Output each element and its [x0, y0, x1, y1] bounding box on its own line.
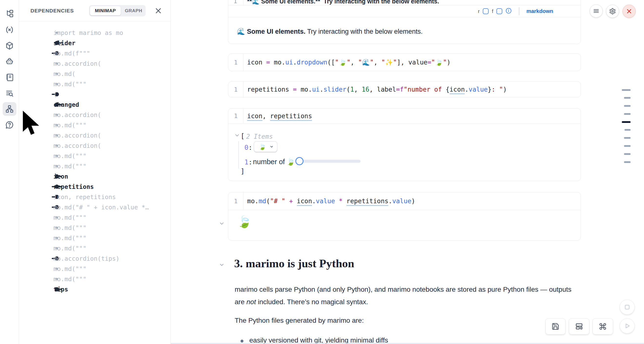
- slider-thumb[interactable]: [296, 157, 304, 165]
- r-checkbox-label: r: [478, 8, 480, 14]
- code-line[interactable]: mo.md("# " + icon.value * repetitions.va…: [244, 197, 415, 205]
- minimap-item-label: changed: [54, 101, 79, 108]
- r-checkbox[interactable]: [483, 8, 488, 14]
- f-checkbox[interactable]: [496, 8, 502, 14]
- markdown-editor[interactable]: 1 **🌊 Some UI elements.** Try interactin…: [228, 0, 580, 5]
- footer-divider: [519, 7, 519, 15]
- file-tree-icon[interactable]: [3, 7, 16, 21]
- scroll-dash[interactable]: [624, 113, 630, 115]
- scroll-dash-active[interactable]: [622, 121, 630, 123]
- gear-icon[interactable]: [606, 5, 619, 18]
- minimap-item[interactable]: slider: [19, 38, 170, 48]
- markdown-source[interactable]: **🌊 Some UI elements.** Try interacting …: [247, 0, 439, 5]
- scroll-dash[interactable]: [624, 97, 630, 99]
- package-icon[interactable]: [3, 39, 16, 53]
- bot-icon[interactable]: [3, 55, 16, 68]
- minimap-item[interactable]: mo.md(""": [19, 120, 170, 130]
- minimap-item-label: mo.md(""": [54, 152, 86, 159]
- minimap-item[interactable]: mo.md(f""": [19, 48, 170, 58]
- minimap-item[interactable]: icon: [19, 171, 170, 182]
- tree-items-count: 2 Items: [246, 133, 273, 140]
- shutdown-x-icon[interactable]: [622, 5, 636, 18]
- code-cell-tuple: 1 icon, repetitions [ 2 Items 0: 🍃 1: nu…: [228, 108, 581, 181]
- minimap-item[interactable]: mo.md(""": [19, 151, 170, 161]
- minimap-item-label: icon, repetitions: [54, 194, 116, 201]
- line-number: 1: [228, 82, 244, 97]
- dependency-graph-icon[interactable]: [3, 102, 16, 116]
- command-icon[interactable]: [592, 318, 613, 334]
- close-icon[interactable]: [155, 7, 162, 15]
- minimap-item[interactable]: import marimo as mo: [19, 28, 170, 38]
- dropdown-select[interactable]: 🍃: [254, 141, 277, 152]
- minimap-item[interactable]: mo.md(""": [19, 161, 170, 171]
- minimap-item-label: mo.md(""": [54, 81, 86, 88]
- save-icon[interactable]: [546, 318, 566, 334]
- minimap-item-label: mo.md(""": [54, 235, 86, 242]
- minimap-item[interactable]: tips: [19, 284, 170, 294]
- minimap-item-label: mo.md("# " + icon.value *…: [54, 204, 149, 211]
- scroll-dash[interactable]: [624, 137, 630, 139]
- icon-sidebar: [0, 0, 19, 344]
- minimap-item[interactable]: mo.md(""": [19, 79, 170, 89]
- minimap-item[interactable]: mo.accordion(tips): [19, 253, 170, 264]
- code-parens-icon[interactable]: [3, 23, 16, 37]
- minimap-item[interactable]: mo.md(""": [19, 212, 170, 223]
- minimap-item[interactable]: mo.md(""": [19, 223, 170, 233]
- minimap-item[interactable]: mo.md(""": [19, 264, 170, 274]
- minimap-item[interactable]: mo.md(""": [19, 243, 170, 253]
- info-icon[interactable]: [506, 8, 512, 15]
- list-search-icon[interactable]: [3, 86, 16, 100]
- language-badge[interactable]: markdown: [526, 8, 553, 15]
- minimap-item[interactable]: mo.accordion(: [19, 110, 170, 120]
- minimap-item[interactable]: mo.md(""": [19, 274, 170, 284]
- markdown-cell: 1 **🌊 Some UI elements.** Try interactin…: [228, 0, 581, 44]
- chevron-down-icon[interactable]: [219, 262, 225, 268]
- minimap-item-label: repetitions: [54, 183, 94, 190]
- scroll-dash[interactable]: [624, 145, 630, 147]
- chevron-down-icon[interactable]: [219, 221, 225, 227]
- minimap-item[interactable]: mo.md(""": [19, 233, 170, 243]
- help-icon[interactable]: [3, 118, 16, 132]
- tab-graph[interactable]: GRAPH: [121, 6, 146, 15]
- tab-minimap[interactable]: MINIMAP: [90, 6, 121, 15]
- minimap-item[interactable]: (: [19, 89, 170, 99]
- scroll-dash[interactable]: [624, 129, 630, 131]
- minimap-item[interactable]: repetitions: [19, 182, 170, 192]
- code-line[interactable]: icon = mo.ui.dropdown(["🍃", "🌊", "✨"], v…: [244, 59, 450, 66]
- stop-icon[interactable]: [620, 299, 635, 315]
- line-number: 1: [228, 108, 244, 123]
- leaf-emoji: 🍃: [286, 157, 295, 166]
- code-cell-dropdown[interactable]: 1 icon = mo.ui.dropdown(["🍃", "🌊", "✨"],…: [228, 54, 581, 71]
- code-editor[interactable]: 1 icon, repetitions: [228, 108, 580, 124]
- chevron-down-icon[interactable]: [234, 132, 240, 138]
- scroll-dash[interactable]: [624, 105, 630, 107]
- scroll-dash[interactable]: [622, 89, 630, 91]
- minimap-item[interactable]: changed: [19, 99, 170, 110]
- minimap-item[interactable]: mo.accordion(: [19, 140, 170, 151]
- code-line[interactable]: repetitions = mo.ui.slider(1, 16, label=…: [244, 86, 507, 93]
- scroll-dash[interactable]: [624, 153, 630, 155]
- minimap-item-label: mo.accordion(: [54, 111, 101, 118]
- minimap-item[interactable]: mo.accordion(: [19, 130, 170, 140]
- code-editor[interactable]: 1 mo.md("# " + icon.value * repetitions.…: [228, 192, 580, 210]
- paragraph: marimo cells parse Python (and only Pyth…: [235, 283, 581, 308]
- minimap-item[interactable]: mo.md(: [19, 69, 170, 79]
- minimap-item-label: mo.md(: [54, 70, 76, 77]
- leaf-emoji: 🍃: [237, 215, 252, 228]
- slider-track[interactable]: [296, 160, 360, 163]
- code-line[interactable]: icon, repetitions: [244, 112, 312, 120]
- chevron-down-icon: [270, 145, 274, 149]
- view-toggle: MINIMAP GRAPH: [89, 5, 146, 16]
- scroll-dash[interactable]: [624, 161, 630, 163]
- code-cell-slider[interactable]: 1 repetitions = mo.ui.slider(1, 16, labe…: [228, 81, 581, 97]
- minimap-item[interactable]: mo.md("# " + icon.value *…: [19, 202, 170, 212]
- minimap-item[interactable]: mo.accordion(: [19, 58, 170, 69]
- scroll-icon[interactable]: [3, 71, 16, 84]
- minimap-item[interactable]: icon, repetitions: [19, 192, 170, 202]
- play-icon[interactable]: [620, 318, 635, 333]
- layout-icon[interactable]: [569, 318, 589, 334]
- line-number: 1: [234, 0, 237, 5]
- output-text: Try interacting with the below elements.: [306, 28, 422, 35]
- menu-icon[interactable]: [590, 5, 603, 18]
- markdown-output: 🌊 Some UI elements. Try interacting with…: [237, 28, 423, 35]
